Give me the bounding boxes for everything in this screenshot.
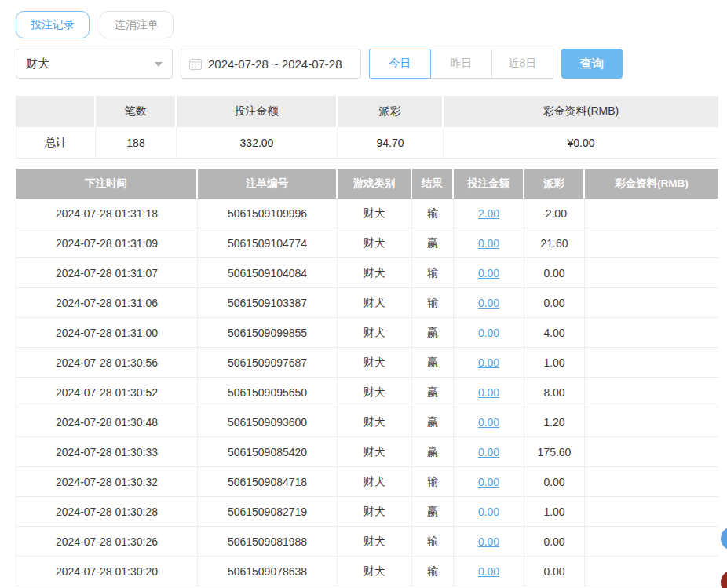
bet-amount-link[interactable]: 0.00	[478, 565, 499, 578]
bet-amount-link[interactable]: 2.00	[478, 207, 499, 220]
game-select[interactable]: 财犬	[16, 49, 173, 79]
order-number-cell: 5061509104084	[198, 258, 338, 288]
bet-amount-cell: 0.00	[454, 228, 524, 258]
tab-cancelled-orders[interactable]: 连消注单	[100, 11, 174, 38]
last-8-days-button[interactable]: 近8日	[491, 49, 553, 79]
bet-time-cell: 2024-07-28 01:30:20	[16, 557, 198, 586]
bet-amount-link[interactable]: 0.00	[478, 446, 499, 458]
game-type-cell: 财犬	[338, 318, 412, 348]
table-row: 2024-07-28 01:30:325061509084718财犬输0.000…	[16, 467, 718, 497]
summary-header-blank	[16, 96, 96, 127]
bet-amount-link[interactable]: 0.00	[478, 476, 499, 488]
bet-amount-cell: 0.00	[454, 407, 524, 437]
bet-amount-link[interactable]: 0.00	[478, 535, 499, 548]
floating-service-button[interactable]	[721, 527, 727, 550]
summary-total-bonus: ¥0.00	[444, 127, 718, 159]
filter-bar: 财犬 2024-07-28 ~ 2024-07-28 今日 昨日 近8日 查询	[16, 49, 623, 79]
result-cell: 赢	[412, 378, 454, 407]
table-row: 2024-07-28 01:30:525061509095650财犬赢0.008…	[16, 378, 718, 407]
game-type-cell: 财犬	[338, 288, 412, 318]
today-button[interactable]: 今日	[369, 49, 431, 79]
table-row: 2024-07-28 01:31:185061509109996财犬输2.00-…	[16, 199, 718, 228]
search-button[interactable]: 查询	[561, 49, 623, 79]
bonus-cell	[585, 378, 718, 407]
payout-cell: 0.00	[524, 258, 585, 288]
result-cell: 赢	[412, 318, 454, 348]
game-type-cell: 财犬	[338, 378, 412, 407]
top-tabs: 投注记录 连消注单	[16, 11, 174, 38]
payout-cell: 1.20	[524, 407, 585, 437]
bet-amount-link[interactable]: 0.00	[478, 327, 499, 339]
date-range-input[interactable]: 2024-07-28 ~ 2024-07-28	[181, 49, 361, 79]
table-row: 2024-07-28 01:31:005061509099855财犬赢0.004…	[16, 318, 718, 348]
bonus-cell	[585, 228, 718, 258]
order-number-cell: 5061509103387	[198, 288, 338, 318]
game-type-cell: 财犬	[338, 199, 412, 228]
result-cell: 赢	[412, 348, 454, 378]
summary-total-count: 188	[96, 127, 177, 159]
table-row: 2024-07-28 01:31:065061509103387财犬输0.000…	[16, 288, 718, 318]
bet-time-cell: 2024-07-28 01:31:00	[16, 318, 198, 348]
result-cell: 输	[412, 199, 454, 228]
summary-header-row: 笔数 投注金额 派彩 彩金资料(RMB)	[16, 96, 718, 127]
game-type-cell: 财犬	[338, 557, 412, 586]
records-header-payout: 派彩	[524, 169, 585, 199]
game-type-cell: 财犬	[338, 437, 412, 467]
order-number-cell: 5061509078638	[198, 557, 338, 586]
yesterday-button[interactable]: 昨日	[430, 49, 492, 79]
order-number-cell: 5061509097687	[198, 348, 338, 378]
payout-cell: 1.00	[524, 348, 585, 378]
payout-cell: 4.00	[524, 318, 585, 348]
records-header-row: 下注时间注单编号游戏类别结果投注金额派彩彩金资料(RMB)	[16, 169, 718, 199]
game-select-value: 财犬	[26, 57, 49, 71]
bonus-cell	[585, 318, 718, 348]
summary-total-payout: 94.70	[338, 127, 444, 159]
table-row: 2024-07-28 01:30:565061509097687财犬赢0.001…	[16, 348, 718, 378]
bet-amount-link[interactable]: 0.00	[478, 386, 499, 399]
result-cell: 赢	[412, 497, 454, 527]
game-type-cell: 财犬	[338, 527, 412, 557]
floating-promo-button[interactable]	[721, 570, 727, 588]
bonus-cell	[585, 557, 718, 586]
quick-date-buttons: 今日 昨日 近8日	[369, 49, 553, 79]
bet-amount-cell: 0.00	[454, 288, 524, 318]
order-number-cell: 5061509095650	[198, 378, 338, 407]
summary-header-bet-amount: 投注金额	[177, 96, 338, 127]
bet-amount-cell: 0.00	[454, 557, 524, 586]
payout-cell: 175.60	[524, 437, 585, 467]
payout-cell: 21.60	[524, 228, 585, 258]
order-number-cell: 5061509104774	[198, 228, 338, 258]
bonus-cell	[585, 467, 718, 497]
table-row: 2024-07-28 01:31:075061509104084财犬输0.000…	[16, 258, 718, 288]
table-row: 2024-07-28 01:30:205061509078638财犬输0.000…	[16, 557, 718, 586]
game-type-cell: 财犬	[338, 258, 412, 288]
bonus-cell	[585, 199, 718, 228]
bet-amount-link[interactable]: 0.00	[478, 267, 499, 279]
result-cell: 输	[412, 527, 454, 557]
bet-amount-link[interactable]: 0.00	[478, 356, 499, 369]
bet-amount-cell: 0.00	[454, 258, 524, 288]
tab-betting-records[interactable]: 投注记录	[16, 11, 90, 38]
bet-time-cell: 2024-07-28 01:30:32	[16, 467, 198, 497]
bet-amount-link[interactable]: 0.00	[478, 237, 499, 250]
bonus-cell	[585, 527, 718, 557]
bet-amount-link[interactable]: 0.00	[478, 297, 499, 309]
bonus-cell	[585, 437, 718, 467]
date-range-value: 2024-07-28 ~ 2024-07-28	[208, 57, 342, 71]
bet-amount-link[interactable]: 0.00	[478, 416, 499, 429]
records-table: 下注时间注单编号游戏类别结果投注金额派彩彩金资料(RMB) 2024-07-28…	[16, 169, 718, 586]
bet-amount-cell: 0.00	[454, 527, 524, 557]
table-row: 2024-07-28 01:31:095061509104774财犬赢0.002…	[16, 228, 718, 258]
bet-time-cell: 2024-07-28 01:31:06	[16, 288, 198, 318]
result-cell: 输	[412, 258, 454, 288]
bet-time-cell: 2024-07-28 01:30:33	[16, 437, 198, 467]
payout-cell: 0.00	[524, 557, 585, 586]
bet-amount-link[interactable]: 0.00	[478, 506, 499, 518]
records-header-game-type: 游戏类别	[338, 169, 412, 199]
bonus-cell	[585, 407, 718, 437]
payout-cell: 0.00	[524, 527, 585, 557]
order-number-cell: 5061509084718	[198, 467, 338, 497]
order-number-cell: 5061509093600	[198, 407, 338, 437]
bet-time-cell: 2024-07-28 01:30:28	[16, 497, 198, 527]
bonus-cell	[585, 497, 718, 527]
